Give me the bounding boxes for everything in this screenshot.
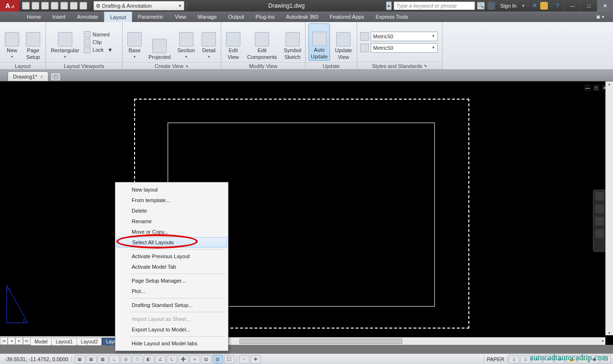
layout-tab-model[interactable]: Model	[30, 338, 52, 345]
section-button[interactable]: Section▼	[175, 23, 197, 61]
tab-manage[interactable]: Manage	[192, 11, 223, 22]
sb-osnap[interactable]: □	[132, 355, 143, 364]
clip-viewport-button[interactable]: Clip	[84, 39, 113, 46]
qat-open-icon[interactable]	[32, 2, 39, 10]
page-setup-button[interactable]: PageSetup	[24, 23, 42, 61]
model-paper-toggle[interactable]: PAPER	[484, 356, 508, 362]
projected-button[interactable]: Projected	[147, 23, 172, 61]
tab-home[interactable]: Home	[21, 11, 46, 22]
sb-quickview-drawings[interactable]: ▯	[520, 355, 531, 364]
section-style-dropdown[interactable]: Metric50▼	[371, 32, 438, 41]
close-tab-icon[interactable]: ×	[40, 74, 43, 80]
ctx-move-copy[interactable]: Move or Copy...	[115, 227, 228, 237]
ctx-activate-model[interactable]: Activate Model Tab	[115, 262, 228, 272]
sb-anno-scale[interactable]: A	[532, 355, 542, 364]
sb-ortho[interactable]: ∟	[109, 355, 120, 364]
tab-plugins[interactable]: Plug-ins	[250, 11, 281, 22]
ctx-plot[interactable]: Plot...	[115, 286, 228, 296]
tab-nav-prev[interactable]: ◂	[8, 337, 15, 345]
ctx-drafting-standard[interactable]: Drafting Standard Setup...	[115, 300, 228, 310]
sb-lock-ui[interactable]: 🔒	[566, 355, 577, 364]
sb-hardware-accel[interactable]: ⚡	[578, 355, 588, 364]
navigation-bar[interactable]	[593, 190, 606, 252]
sb-anno-monitor[interactable]: ✚	[250, 355, 261, 364]
sb-tpy[interactable]: ▤	[201, 355, 212, 364]
qat-saveas-icon[interactable]	[51, 2, 58, 10]
title-nav-button[interactable]: ►	[386, 1, 392, 10]
qat-redo-icon[interactable]	[79, 2, 87, 10]
new-layout-button[interactable]: New▼	[3, 23, 21, 61]
maximize-button[interactable]: □	[580, 0, 597, 11]
ctx-delete[interactable]: Delete	[115, 205, 228, 216]
qat-new-icon[interactable]	[22, 2, 30, 10]
tab-express-tools[interactable]: Express Tools	[370, 11, 414, 22]
file-tab-drawing1[interactable]: Drawing1* ×	[8, 71, 48, 81]
help-search-input[interactable]: Type a keyword or phrase	[394, 1, 475, 10]
ctx-hide-tabs[interactable]: Hide Layout and Model tabs	[115, 338, 228, 349]
ctx-page-setup-mgr[interactable]: Page Setup Manager...	[115, 275, 228, 286]
sb-grips[interactable]: ▫	[239, 355, 250, 364]
pan-icon[interactable]	[595, 205, 604, 213]
ctx-activate-prev[interactable]: Activate Previous Layout	[115, 251, 228, 262]
search-icon[interactable]: 🔍	[477, 2, 485, 10]
base-button[interactable]: Base▼	[125, 23, 144, 61]
autodesk-account-icon[interactable]	[488, 2, 495, 10]
rectangular-button[interactable]: Rectangular▼	[49, 23, 81, 61]
sb-qp[interactable]: ▥	[213, 355, 223, 364]
sb-quickview-layouts[interactable]: ▯	[509, 355, 519, 364]
qat-undo-icon[interactable]	[70, 2, 78, 10]
sb-sc[interactable]: ⿴	[224, 355, 235, 364]
new-file-tab-button[interactable]: ▢	[50, 72, 61, 81]
detail-style-dropdown[interactable]: Metric50▼	[371, 43, 438, 53]
edit-components-button[interactable]: EditComponents	[245, 23, 279, 61]
nav-wheel-icon[interactable]	[595, 192, 604, 201]
sb-snap[interactable]: ▦	[86, 355, 97, 364]
sb-3dosnap[interactable]: ◧	[144, 355, 154, 364]
edit-view-button[interactable]: EditView	[224, 23, 242, 61]
ctx-from-template[interactable]: From template...	[115, 195, 228, 205]
sb-dyn[interactable]: ➕	[178, 355, 189, 364]
qat-save-icon[interactable]	[41, 2, 49, 10]
app-menu-button[interactable]: A	[0, 0, 19, 11]
ctx-new-layout[interactable]: New layout	[115, 184, 228, 195]
sb-lwt[interactable]: ≡	[190, 355, 200, 364]
sb-isolate[interactable]: ◉	[589, 355, 600, 364]
auto-update-button[interactable]: AutoUpdate	[308, 23, 330, 61]
tab-view[interactable]: View	[169, 11, 192, 22]
scroll-thumb[interactable]	[239, 339, 402, 344]
ribbon-minimize-button[interactable]: ▣ ▾	[588, 11, 613, 22]
symbol-sketch-button[interactable]: SymbolSketch	[282, 23, 303, 61]
workspace-dropdown[interactable]: ⚙ Drafting & Annotation ▼	[93, 1, 184, 11]
tab-insert[interactable]: Insert	[46, 11, 71, 22]
tab-autodesk360[interactable]: Autodesk 360	[280, 11, 324, 22]
layout-tab-1[interactable]: Layout1	[51, 338, 77, 345]
ctx-rename[interactable]: Rename	[115, 216, 228, 227]
help-icon[interactable]: ?	[554, 2, 561, 10]
qat-plot-icon[interactable]	[60, 2, 68, 10]
tab-layout[interactable]: Layout	[104, 11, 132, 22]
doc-minimize-button[interactable]: —	[584, 84, 591, 91]
tab-output[interactable]: Output	[223, 11, 250, 22]
sb-clean-screen[interactable]: ▢	[601, 355, 611, 364]
ctx-select-all[interactable]: Select All Layouts	[116, 237, 227, 248]
orbit-icon[interactable]	[595, 229, 604, 238]
lock-viewport-button[interactable]: Lock▼	[84, 46, 113, 53]
sb-grid[interactable]: ▦	[98, 355, 108, 364]
doc-maximize-button[interactable]: □	[593, 84, 600, 91]
sb-anno-visibility[interactable]: ≡	[543, 355, 554, 364]
tab-nav-first[interactable]: |◂	[0, 337, 8, 345]
sb-otrack[interactable]: ∠	[155, 355, 166, 364]
exchange-apps-icon[interactable]: ✕	[531, 2, 538, 10]
zoom-icon[interactable]	[595, 217, 604, 226]
sb-polar[interactable]: ◎	[121, 355, 131, 364]
sb-infer-constraints[interactable]: ▦	[75, 355, 85, 364]
layout-tab-2[interactable]: Layout2	[77, 338, 102, 345]
detail-button[interactable]: Detail▼	[200, 23, 218, 61]
sb-ducs[interactable]: L	[167, 355, 177, 364]
update-view-button[interactable]: UpdateView	[333, 23, 353, 61]
close-button[interactable]: ✕	[597, 0, 613, 11]
tab-nav-last[interactable]: ▸|	[23, 337, 31, 345]
tab-nav-next[interactable]: ▸	[15, 337, 23, 345]
coordinate-readout[interactable]: -39.5531, -11.4752, 0.0000	[2, 356, 72, 362]
minimize-button[interactable]: —	[564, 0, 580, 11]
